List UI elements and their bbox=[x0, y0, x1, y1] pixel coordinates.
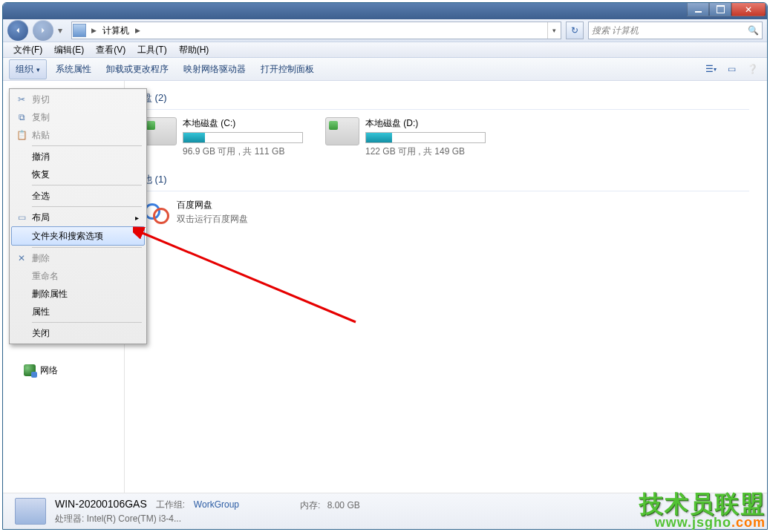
baidu-title: 百度网盘 bbox=[177, 199, 248, 211]
search-placeholder: 搜索 计算机 bbox=[592, 24, 639, 37]
menu-edit[interactable]: 编辑(E) bbox=[50, 42, 88, 58]
address-dropdown[interactable]: ▾ bbox=[547, 22, 561, 39]
computer-large-icon bbox=[15, 498, 46, 525]
copy-icon: ⧉ bbox=[16, 112, 27, 122]
memory-label: 内存: bbox=[300, 500, 320, 510]
organize-menu: ✂剪切 ⧉复制 📋粘贴 撤消 恢复 全选 ▭布局 文件夹和搜索选项 ✕删除 重命… bbox=[9, 88, 147, 344]
nav-back-button[interactable] bbox=[7, 20, 28, 41]
workgroup-label: 工作组: bbox=[156, 499, 185, 510]
uninstall-programs-button[interactable]: 卸载或更改程序 bbox=[100, 60, 174, 79]
cpu-value: Intel(R) Core(TM) i3-4... bbox=[87, 513, 181, 524]
breadcrumb-computer[interactable]: 计算机 bbox=[99, 22, 132, 39]
help-button[interactable]: ❔ bbox=[743, 61, 761, 77]
watermark: 技术员联盟 www.jsgho.com bbox=[639, 492, 766, 529]
menu-tools[interactable]: 工具(T) bbox=[133, 42, 171, 58]
address-bar[interactable]: ▶ 计算机 ▶ ▾ bbox=[71, 22, 561, 39]
nav-forward-button[interactable] bbox=[33, 20, 53, 41]
category-harddisks: 盘 (2) bbox=[143, 91, 749, 105]
drive-d-usage-bar bbox=[365, 132, 486, 143]
organize-button[interactable]: 组织 bbox=[9, 59, 47, 79]
search-input[interactable]: 搜索 计算机 🔍 bbox=[588, 22, 763, 39]
sidebar-item-network[interactable]: 网络 bbox=[3, 362, 124, 378]
explorer-window: ▾ ▶ 计算机 ▶ ▾ ↻ 搜索 计算机 🔍 文件(F) 编辑(E) 查看(V)… bbox=[2, 2, 768, 530]
delete-icon: ✕ bbox=[16, 253, 27, 263]
close-button[interactable] bbox=[731, 3, 766, 16]
view-mode-button[interactable]: ☰▾ bbox=[702, 61, 720, 77]
paste-icon: 📋 bbox=[16, 130, 27, 140]
search-icon: 🔍 bbox=[748, 25, 759, 36]
network-icon bbox=[24, 364, 36, 376]
drive-d-tile[interactable]: 本地磁盘 (D:) 122 GB 可用 , 共 149 GB bbox=[325, 117, 486, 158]
baidu-netdisk-tile[interactable]: 百度网盘 双击运行百度网盘 bbox=[143, 199, 749, 226]
menu-rename[interactable]: 重命名 bbox=[11, 267, 145, 285]
drive-d-title: 本地磁盘 (D:) bbox=[365, 117, 486, 130]
drive-c-title: 本地磁盘 (C:) bbox=[183, 117, 303, 130]
content-pane: 盘 (2) 本地磁盘 (C:) 96.9 GB 可用 , 共 111 GB 本地… bbox=[125, 81, 767, 493]
memory-value: 8.00 GB bbox=[327, 500, 360, 510]
computer-icon bbox=[73, 24, 86, 37]
drive-icon bbox=[143, 117, 177, 145]
menu-select-all[interactable]: 全选 bbox=[11, 187, 145, 205]
workgroup-value: WorkGroup bbox=[194, 499, 239, 510]
menu-undo[interactable]: 撤消 bbox=[11, 148, 145, 165]
computer-name: WIN-20200106GAS bbox=[55, 498, 147, 510]
refresh-button[interactable]: ↻ bbox=[566, 22, 584, 39]
menu-paste[interactable]: 📋粘贴 bbox=[11, 126, 145, 144]
menu-delete[interactable]: ✕删除 bbox=[11, 249, 145, 267]
menu-cut[interactable]: ✂剪切 bbox=[11, 91, 145, 108]
minimize-button[interactable] bbox=[687, 3, 709, 16]
drive-icon bbox=[325, 117, 359, 145]
category-other: 他 (1) bbox=[143, 173, 749, 186]
chevron-right-icon[interactable]: ▶ bbox=[88, 27, 99, 34]
drive-c-tile[interactable]: 本地磁盘 (C:) 96.9 GB 可用 , 共 111 GB bbox=[143, 117, 303, 158]
menu-properties[interactable]: 属性 bbox=[11, 303, 145, 321]
nav-row: ▾ ▶ 计算机 ▶ ▾ ↻ 搜索 计算机 🔍 bbox=[3, 19, 767, 42]
chevron-right-icon[interactable]: ▶ bbox=[132, 27, 143, 34]
menu-help[interactable]: 帮助(H) bbox=[174, 42, 214, 58]
menu-bar: 文件(F) 编辑(E) 查看(V) 工具(T) 帮助(H) bbox=[3, 42, 767, 58]
menu-redo[interactable]: 恢复 bbox=[11, 165, 145, 183]
titlebar bbox=[3, 3, 767, 19]
menu-view[interactable]: 查看(V) bbox=[91, 42, 130, 58]
toolbar: 组织 系统属性 卸载或更改程序 映射网络驱动器 打开控制面板 ☰▾ ▭ ❔ bbox=[3, 58, 767, 81]
nav-history-dropdown[interactable]: ▾ bbox=[58, 25, 67, 36]
preview-pane-button[interactable]: ▭ bbox=[722, 61, 740, 77]
system-properties-button[interactable]: 系统属性 bbox=[50, 60, 97, 79]
baidu-subtitle: 双击运行百度网盘 bbox=[177, 213, 248, 226]
cpu-label: 处理器: bbox=[55, 513, 84, 524]
menu-file[interactable]: 文件(F) bbox=[9, 42, 47, 58]
maximize-button[interactable] bbox=[709, 3, 731, 16]
layout-icon: ▭ bbox=[16, 212, 27, 223]
drive-c-usage-bar bbox=[183, 132, 303, 143]
menu-remove-properties[interactable]: 删除属性 bbox=[11, 285, 145, 303]
menu-copy[interactable]: ⧉复制 bbox=[11, 108, 145, 126]
menu-layout[interactable]: ▭布局 bbox=[11, 208, 145, 226]
drive-d-subtitle: 122 GB 可用 , 共 149 GB bbox=[365, 145, 486, 158]
open-control-panel-button[interactable]: 打开控制面板 bbox=[255, 60, 320, 79]
drive-c-subtitle: 96.9 GB 可用 , 共 111 GB bbox=[183, 145, 303, 158]
cut-icon: ✂ bbox=[16, 94, 27, 105]
map-network-drive-button[interactable]: 映射网络驱动器 bbox=[177, 60, 252, 79]
menu-close[interactable]: 关闭 bbox=[11, 324, 145, 342]
menu-folder-and-search-options[interactable]: 文件夹和搜索选项 bbox=[11, 226, 145, 246]
